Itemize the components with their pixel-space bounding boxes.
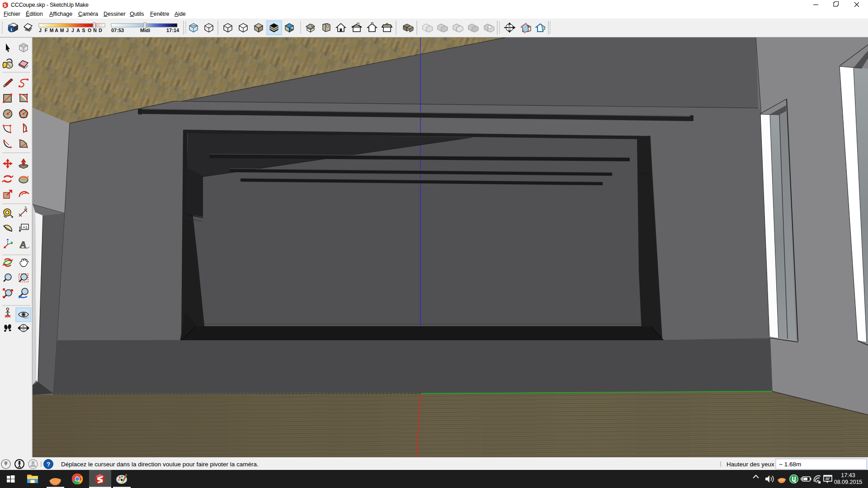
svg-text:i: i <box>10 27 12 32</box>
svg-text:JG: JG <box>22 328 25 331</box>
svg-text:M: M <box>60 28 64 33</box>
svg-text:3: 3 <box>24 206 27 210</box>
svg-text:17:14: 17:14 <box>166 28 179 33</box>
svg-text:M: M <box>50 28 54 33</box>
svg-text:C: C <box>509 24 511 27</box>
svg-text:JG: JG <box>508 28 511 31</box>
svg-text:07:53: 07:53 <box>111 28 124 33</box>
svg-text:?: ? <box>47 461 50 468</box>
svg-text:Hauteur des yeux: Hauteur des yeux <box>726 461 774 468</box>
svg-text:A: A <box>55 28 58 33</box>
svg-text:A: A <box>76 28 80 33</box>
svg-text:08.09.2015: 08.09.2015 <box>834 479 863 485</box>
svg-text:~ 1.68m: ~ 1.68m <box>779 461 801 468</box>
svg-text:J: J <box>66 28 69 33</box>
svg-text:N: N <box>93 28 97 33</box>
svg-text:O: O <box>88 28 91 33</box>
svg-text:17:43: 17:43 <box>841 472 855 479</box>
svg-text:C: C <box>23 325 25 328</box>
svg-text:J: J <box>39 28 42 33</box>
svg-text:A1: A1 <box>23 225 28 230</box>
svg-text:S: S <box>82 28 85 33</box>
svg-text:F: F <box>45 28 48 33</box>
svg-text:Midi: Midi <box>140 28 150 33</box>
svg-text:J: J <box>71 28 74 33</box>
svg-text:D: D <box>99 28 102 33</box>
svg-text:Déplacez le curseur dans la di: Déplacez le curseur dans la direction vo… <box>61 461 259 468</box>
